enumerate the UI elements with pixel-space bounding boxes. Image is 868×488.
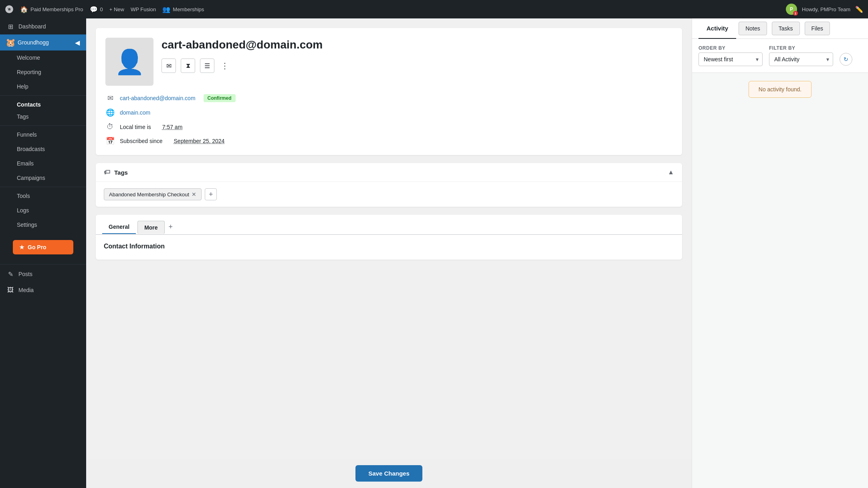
wp-logo-button[interactable] bbox=[5, 5, 14, 14]
chevron-icon: ◀ bbox=[75, 39, 80, 46]
tag-remove-icon[interactable]: ✕ bbox=[192, 191, 196, 198]
contact-email-link[interactable]: cart-abandoned@domain.com bbox=[120, 95, 196, 101]
tags-header[interactable]: 🏷 Tags ▲ bbox=[96, 163, 682, 182]
order-by-filter: Order by Newest first Oldest first bbox=[698, 45, 763, 66]
notification-badge: 1 bbox=[793, 11, 798, 16]
sidebar-item-label: Groundhogg bbox=[18, 39, 49, 46]
subscribed-detail-row: 📅 Subscribed since September 25, 2024 bbox=[105, 137, 672, 145]
tab-notes[interactable]: Notes bbox=[739, 22, 767, 35]
order-by-select[interactable]: Newest first Oldest first bbox=[698, 52, 763, 66]
contact-actions: ✉ ⧗ ☰ ⋮ bbox=[161, 58, 672, 73]
save-bar: Save Changes bbox=[86, 459, 692, 488]
email-detail-icon: ✉ bbox=[105, 94, 115, 103]
sidebar-item-tags[interactable]: Tags bbox=[0, 109, 86, 124]
sidebar-item-campaigns[interactable]: Campaigns bbox=[0, 171, 86, 185]
sidebar-item-label: Posts bbox=[18, 271, 32, 277]
sidebar-item-posts[interactable]: ✎ Posts bbox=[0, 266, 86, 282]
wp-fusion-button[interactable]: WP Fusion bbox=[131, 6, 156, 12]
contact-email-title: cart-abandoned@domain.com bbox=[161, 38, 672, 52]
edit-profile-icon[interactable]: ✏️ bbox=[855, 6, 863, 13]
filter-action-icon[interactable]: ⧗ bbox=[181, 58, 195, 73]
tab-add-button[interactable]: + bbox=[165, 220, 177, 234]
save-changes-button[interactable]: Save Changes bbox=[355, 465, 422, 482]
memberships-button[interactable]: 👥 Memberships bbox=[162, 6, 204, 13]
tab-more[interactable]: More bbox=[137, 221, 164, 234]
sidebar-item-label: Tags bbox=[17, 113, 29, 120]
sidebar-item-logs[interactable]: Logs bbox=[0, 203, 86, 218]
contact-tabs-section: General More + Contact Information bbox=[96, 215, 682, 260]
order-by-label: Order by bbox=[698, 45, 763, 51]
subscribed-date: September 25, 2024 bbox=[174, 138, 225, 144]
sidebar-item-welcome[interactable]: Welcome bbox=[0, 50, 86, 65]
right-panel: Activity Notes Tasks Files Order by Newe… bbox=[692, 18, 868, 488]
right-panel-filters: Order by Newest first Oldest first Filte… bbox=[692, 39, 868, 73]
sidebar-item-broadcasts[interactable]: Broadcasts bbox=[0, 142, 86, 156]
sidebar: ⊞ Dashboard 🐹 Groundhogg ◀ Welcome Repor… bbox=[0, 18, 86, 488]
tags-header-left: 🏷 Tags bbox=[104, 169, 128, 176]
sidebar-item-settings[interactable]: Settings bbox=[0, 218, 86, 232]
tab-general[interactable]: General bbox=[102, 220, 136, 234]
sidebar-item-label: Broadcasts bbox=[17, 146, 45, 152]
subscribed-label: Subscribed since bbox=[120, 138, 163, 144]
avatar: P 1 bbox=[786, 4, 797, 15]
globe-icon: 🌐 bbox=[105, 108, 115, 117]
tab-files[interactable]: Files bbox=[805, 22, 830, 35]
sidebar-item-label: Settings bbox=[17, 222, 37, 228]
comments-button[interactable]: 💬 0 bbox=[90, 6, 103, 13]
avatar-silhouette: 👤 bbox=[115, 48, 145, 76]
calendar-icon: 📅 bbox=[105, 137, 115, 145]
sidebar-item-label: Contacts bbox=[17, 101, 41, 108]
sidebar-item-emails[interactable]: Emails bbox=[0, 156, 86, 171]
sidebar-item-label: Funnels bbox=[17, 131, 37, 138]
main-area: 👤 cart-abandoned@domain.com ✉ ⧗ ☰ ⋮ bbox=[86, 18, 692, 488]
site-name-button[interactable]: 🏠 Paid Memberships Pro bbox=[20, 6, 83, 13]
sidebar-item-dashboard[interactable]: ⊞ Dashboard bbox=[0, 18, 86, 34]
howdy-text: Howdy, PMPro Team bbox=[802, 6, 850, 12]
sidebar-item-funnels[interactable]: Funnels bbox=[0, 127, 86, 142]
email-detail-row: ✉ cart-abandoned@domain.com Confirmed bbox=[105, 94, 672, 103]
local-time-label: Local time is bbox=[120, 124, 151, 130]
tags-title: Tags bbox=[114, 169, 128, 176]
confirmed-badge: Confirmed bbox=[204, 94, 236, 102]
contact-website-link[interactable]: domain.com bbox=[120, 109, 150, 116]
go-pro-button[interactable]: ★ Go Pro bbox=[13, 240, 73, 254]
sidebar-item-groundhogg[interactable]: 🐹 Groundhogg ◀ bbox=[0, 34, 86, 50]
contact-info: cart-abandoned@domain.com ✉ ⧗ ☰ ⋮ bbox=[161, 38, 672, 73]
more-actions-icon[interactable]: ⋮ bbox=[219, 59, 230, 72]
contact-details: ✉ cart-abandoned@domain.com Confirmed 🌐 … bbox=[105, 94, 672, 145]
filter-by-select[interactable]: All Activity Emails Forms Funnels bbox=[769, 52, 833, 66]
refresh-button[interactable]: ↻ bbox=[840, 53, 852, 66]
sidebar-item-label: Media bbox=[18, 287, 34, 293]
contact-tabs-nav: General More + bbox=[96, 215, 682, 235]
tag-add-button[interactable]: + bbox=[205, 188, 217, 200]
howdy-section[interactable]: P 1 bbox=[786, 4, 797, 15]
collapse-icon[interactable]: ▲ bbox=[668, 169, 674, 176]
star-icon: ★ bbox=[19, 244, 24, 250]
tags-body: Abandoned Membership Checkout ✕ + bbox=[96, 182, 682, 207]
email-action-icon[interactable]: ✉ bbox=[161, 58, 176, 73]
sidebar-item-label: Tools bbox=[17, 193, 30, 199]
sidebar-item-reporting[interactable]: Reporting bbox=[0, 65, 86, 79]
sidebar-item-help[interactable]: Help bbox=[0, 79, 86, 94]
sidebar-item-tools[interactable]: Tools bbox=[0, 189, 86, 203]
order-by-select-wrapper: Newest first Oldest first bbox=[698, 52, 763, 66]
list-action-icon[interactable]: ☰ bbox=[200, 58, 214, 73]
filter-by-select-wrapper: All Activity Emails Forms Funnels bbox=[769, 52, 833, 66]
time-detail-row: ⏱ Local time is 7:57 am bbox=[105, 123, 672, 131]
tab-tasks[interactable]: Tasks bbox=[772, 22, 800, 35]
clock-icon: ⏱ bbox=[105, 123, 115, 131]
sidebar-item-contacts[interactable]: Contacts bbox=[0, 97, 86, 109]
right-panel-tabs: Activity Notes Tasks Files bbox=[692, 18, 868, 39]
media-icon: 🖼 bbox=[6, 286, 14, 294]
sidebar-item-label: Campaigns bbox=[17, 175, 45, 181]
sidebar-item-label: Emails bbox=[17, 160, 34, 167]
no-activity-message: No activity found. bbox=[749, 81, 811, 98]
tag-chip-label: Abandoned Membership Checkout bbox=[109, 192, 189, 198]
admin-bar: 🏠 Paid Memberships Pro 💬 0 + New WP Fusi… bbox=[0, 0, 868, 18]
dashboard-icon: ⊞ bbox=[6, 22, 14, 30]
new-button[interactable]: + New bbox=[109, 6, 124, 12]
tab-activity[interactable]: Activity bbox=[698, 18, 736, 39]
sidebar-item-media[interactable]: 🖼 Media bbox=[0, 282, 86, 298]
contact-info-section-title: Contact Information bbox=[104, 243, 674, 250]
groundhogg-icon: 🐹 bbox=[6, 38, 14, 46]
